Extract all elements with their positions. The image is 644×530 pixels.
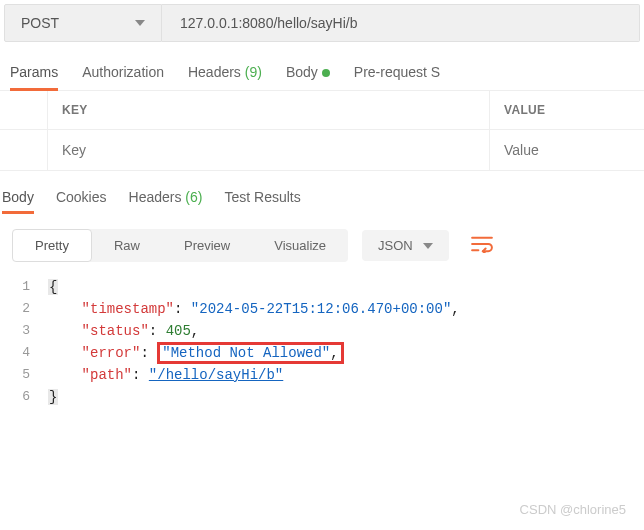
tab-response-headers[interactable]: Headers (6) <box>129 185 203 213</box>
response-tabs: Body Cookies Headers (6) Test Results <box>0 171 644 213</box>
view-preview-button[interactable]: Preview <box>162 229 252 262</box>
response-body-code: 1{ 2 "timestamp": "2024-05-22T15:12:06.4… <box>0 270 644 418</box>
view-controls: Pretty Raw Preview Visualize JSON <box>0 213 644 270</box>
line-number: 4 <box>0 342 48 364</box>
tab-body-label: Body <box>286 64 318 80</box>
view-raw-button[interactable]: Raw <box>92 229 162 262</box>
line-number: 2 <box>0 298 48 320</box>
tab-body[interactable]: Body <box>286 58 330 90</box>
line-number: 3 <box>0 320 48 342</box>
code-line: 6} <box>0 386 644 408</box>
format-select[interactable]: JSON <box>362 230 449 261</box>
code-line: 4 "error": "Method Not Allowed", <box>0 342 644 364</box>
error-highlight: "Method Not Allowed", <box>157 342 343 364</box>
headers-count: (9) <box>245 64 262 80</box>
tab-response-cookies[interactable]: Cookies <box>56 185 107 213</box>
http-method-label: POST <box>21 15 59 31</box>
request-tabs: Params Authorization Headers (9) Body Pr… <box>0 42 644 91</box>
value-input[interactable] <box>504 142 630 158</box>
tab-test-results[interactable]: Test Results <box>224 185 300 213</box>
value-column-header: VALUE <box>490 91 644 129</box>
line-number: 1 <box>0 276 48 298</box>
view-pretty-button[interactable]: Pretty <box>12 229 92 262</box>
body-active-dot-icon <box>322 69 330 77</box>
http-method-select[interactable]: POST <box>4 4 162 42</box>
wrap-lines-icon <box>471 241 493 256</box>
tab-response-body[interactable]: Body <box>2 185 34 213</box>
key-input[interactable] <box>62 142 475 158</box>
tab-pre-request[interactable]: Pre-request S <box>354 58 440 90</box>
line-number: 5 <box>0 364 48 386</box>
wrap-lines-button[interactable] <box>463 229 501 262</box>
line-number: 6 <box>0 386 48 408</box>
format-label: JSON <box>378 238 413 253</box>
key-column-header: KEY <box>48 91 490 129</box>
response-headers-count: (6) <box>185 189 202 205</box>
tab-headers[interactable]: Headers (9) <box>188 58 262 90</box>
tab-headers-label: Headers <box>188 64 241 80</box>
chevron-down-icon <box>423 243 433 249</box>
code-line: 5 "path": "/hello/sayHi/b" <box>0 364 644 386</box>
chevron-down-icon <box>135 20 145 26</box>
tab-authorization[interactable]: Authorization <box>82 58 164 90</box>
view-visualize-button[interactable]: Visualize <box>252 229 348 262</box>
code-line: 1{ <box>0 276 644 298</box>
tab-response-headers-label: Headers <box>129 189 182 205</box>
code-line: 2 "timestamp": "2024-05-22T15:12:06.470+… <box>0 298 644 320</box>
tab-params[interactable]: Params <box>10 58 58 90</box>
code-line: 3 "status": 405, <box>0 320 644 342</box>
url-input[interactable] <box>162 4 640 42</box>
params-table: KEY VALUE <box>0 91 644 171</box>
